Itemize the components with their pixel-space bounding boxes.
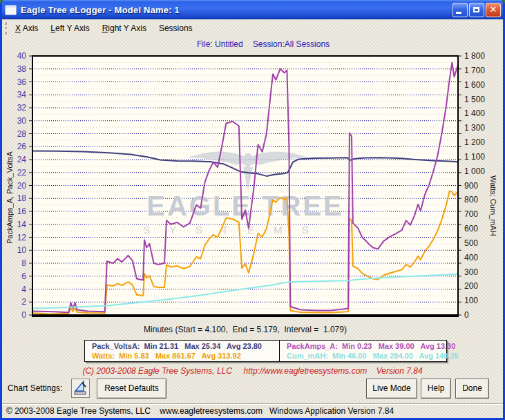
chart-area: 0246810121416182022242628303234363840010… [2,52,503,330]
app-window: Eagle Tree eLogger - Model Name: 1 ✕ X A… [0,0,505,420]
menu-bar: X AxisLeft Y AxisRight Y AxisSessions [2,19,503,37]
stat-row: Watts: Min 5.83 Max 861.67 Avg 313.92 [92,351,279,361]
svg-text:1 300: 1 300 [464,123,485,133]
svg-text:6: 6 [21,271,26,281]
minimize-icon [456,12,461,14]
app-icon [5,5,17,15]
svg-text:34: 34 [17,90,27,99]
x-axis-label: Minutes (Start = 4.100, End = 5.179, Int… [32,325,458,334]
stat-row: PackAmps_A: Min 0.23 Max 39.00 Avg 13.30 [287,341,446,351]
svg-text:2: 2 [21,297,26,307]
left-axis-title: PackAmps_A, Pack_VoltsA [4,108,15,287]
svg-text:600: 600 [464,224,478,233]
chart-settings-icon [73,381,88,396]
svg-text:18: 18 [17,193,27,203]
done-button[interactable]: Done [455,379,489,399]
svg-text:1 100: 1 100 [464,152,485,162]
svg-text:400: 400 [464,253,478,262]
svg-text:1 800: 1 800 [464,52,485,61]
svg-text:1 600: 1 600 [464,80,485,90]
right-axis-title: Watts; Cum_mAH [488,130,499,282]
reset-defaults-button[interactable]: Reset Defaults [97,379,166,399]
copyright-line: (C) 2003-2008 Eagle Tree Systems, LLC ht… [2,366,503,376]
stats-box-left: Pack_VoltsA: Min 21.31 Max 25.34 Avg 23.… [84,340,280,362]
stats-row: Pack_VoltsA: Min 21.31 Max 25.34 Avg 23.… [84,340,447,362]
stat-row: Pack_VoltsA: Min 21.31 Max 25.34 Avg 23.… [92,341,279,351]
svg-text:1 500: 1 500 [464,95,485,104]
svg-text:S Y S T E M S: S Y S T E M S [143,224,317,236]
file-label: File: Untitled [197,39,243,49]
svg-text:16: 16 [17,207,27,216]
window-title: Eagle Tree eLogger - Model Name: 1 [21,5,180,15]
svg-text:1 000: 1 000 [464,166,485,176]
svg-text:38: 38 [17,64,27,74]
svg-text:300: 300 [464,267,478,277]
svg-text:1 700: 1 700 [464,66,485,75]
svg-text:40: 40 [17,52,27,61]
svg-text:4: 4 [21,285,26,294]
close-button[interactable]: ✕ [486,3,501,17]
svg-text:800: 800 [464,195,478,204]
minimize-button[interactable] [452,3,468,17]
svg-text:30: 30 [17,116,27,126]
close-icon: ✕ [486,4,500,15]
status-bar: © 2003-2008 Eagle Tree Systems, LLC www.… [2,403,503,418]
svg-text:500: 500 [464,238,478,248]
svg-text:26: 26 [17,142,27,151]
menu-left-y-axis[interactable]: Left Y Axis [44,21,95,36]
svg-text:14: 14 [17,220,27,229]
stats-box-right: PackAmps_A: Min 0.23 Max 39.00 Avg 13.30… [280,340,447,362]
title-bar[interactable]: Eagle Tree eLogger - Model Name: 1 ✕ [0,0,505,19]
svg-text:900: 900 [464,181,478,191]
stat-row: Cum_mAH: Min 46.00 Max 284.00 Avg 140.25 [287,351,446,361]
file-session-line: File: Untitled Session:All Sessions [197,39,330,49]
svg-text:1 200: 1 200 [464,137,485,147]
svg-text:0: 0 [464,310,469,320]
session-label: Session:All Sessions [253,39,330,49]
svg-text:24: 24 [17,155,27,164]
svg-text:200: 200 [464,281,478,291]
svg-text:22: 22 [17,168,27,178]
help-button[interactable]: Help [421,379,451,399]
menu-x-axis[interactable]: X Axis [9,21,44,36]
maximize-icon [473,7,479,12]
menu-right-y-axis[interactable]: Right Y Axis [96,21,153,36]
chart-plot: 0246810121416182022242628303234363840010… [2,52,503,330]
maximize-button[interactable] [469,3,484,17]
svg-text:100: 100 [464,296,478,305]
chart-settings-label: Chart Settings: [8,383,62,393]
svg-text:8: 8 [21,258,26,268]
svg-text:20: 20 [17,181,27,191]
svg-text:700: 700 [464,209,478,219]
svg-text:0: 0 [21,310,26,320]
svg-text:32: 32 [17,103,27,113]
svg-text:28: 28 [17,129,27,139]
live-mode-button[interactable]: Live Mode [366,379,417,399]
svg-text:10: 10 [17,245,27,255]
svg-text:12: 12 [17,233,27,242]
svg-text:1 400: 1 400 [464,108,485,118]
chart-settings-button[interactable] [71,379,90,398]
watermark-text: EAGLE TREE [146,191,344,221]
menu-sessions[interactable]: Sessions [153,21,199,36]
svg-text:36: 36 [17,77,27,87]
